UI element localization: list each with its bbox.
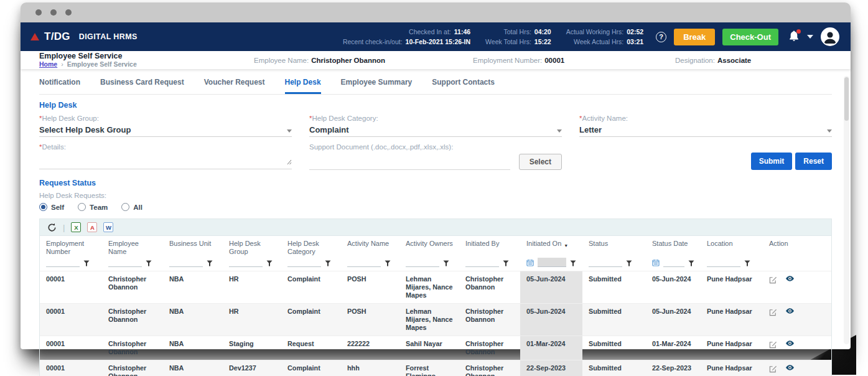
filter-input[interactable] (287, 258, 321, 267)
stat-label: Actual Working Hrs: (566, 28, 624, 35)
reset-button[interactable]: Reset (795, 153, 832, 170)
toolbar-divider: | (63, 223, 65, 232)
radio-option[interactable]: Team (78, 203, 108, 211)
checkout-button[interactable]: Check-Out (722, 29, 778, 45)
filter-input[interactable] (46, 258, 80, 267)
filter-input[interactable] (707, 258, 740, 267)
tab[interactable]: Help Desk (285, 78, 321, 94)
filter-funnel-icon[interactable] (146, 260, 152, 266)
filter-funnel-icon[interactable] (385, 260, 391, 266)
support-document-input[interactable] (309, 156, 510, 170)
select-file-button[interactable]: Select (519, 154, 562, 170)
filter-input[interactable] (538, 258, 566, 267)
activity-name-select[interactable]: Letter (579, 125, 832, 137)
calendar-icon[interactable] (652, 259, 660, 266)
column-header[interactable]: Help Desk Category ▼ (281, 240, 341, 271)
activity-name-label: Activity Name: (582, 115, 628, 122)
radio-option[interactable]: Self (39, 203, 64, 211)
column-header[interactable]: Employee Name ▼ (102, 240, 163, 271)
export-word-icon[interactable]: W (103, 222, 113, 232)
breadcrumb-home-link[interactable]: Home (39, 60, 57, 68)
details-textarea[interactable] (39, 154, 292, 169)
filter-input[interactable] (663, 258, 684, 267)
window-control-dot[interactable] (35, 9, 42, 16)
help-desk-heading: Help Desk (39, 101, 832, 110)
filter-funnel-icon[interactable] (207, 260, 213, 266)
column-header[interactable]: Status Date ▼ (646, 240, 701, 271)
filter-funnel-icon[interactable] (443, 260, 449, 266)
profile-menu-caret-icon[interactable] (807, 35, 813, 39)
table-row[interactable]: 00001 Christopher Obannon NBA HR Complai… (40, 271, 831, 303)
tab[interactable]: Notification (39, 78, 80, 94)
submit-button[interactable]: Submit (751, 153, 793, 170)
view-eye-icon[interactable] (786, 308, 794, 314)
sort-caret-icon[interactable]: ▼ (564, 242, 568, 250)
window-control-dot[interactable] (50, 9, 57, 16)
help-desk-category-select[interactable]: Complaint (309, 125, 562, 137)
filter-funnel-icon[interactable] (325, 260, 331, 266)
column-label: Help Desk Category (287, 240, 335, 256)
user-avatar[interactable] (821, 27, 839, 46)
notifications-bell-icon[interactable] (788, 30, 800, 44)
column-label: Employment Number (46, 240, 96, 256)
radio-option[interactable]: All (121, 203, 142, 211)
calendar-icon[interactable] (526, 259, 534, 266)
cell-activity-owners: Sahil Nayar (399, 336, 459, 360)
field-value: Christopher Obannon (311, 57, 385, 64)
column-header[interactable]: Initiated On ▼ (520, 240, 582, 271)
column-header[interactable]: Business Unit ▼ (163, 240, 223, 271)
export-excel-icon[interactable]: X (71, 222, 81, 232)
filter-funnel-icon[interactable] (266, 260, 273, 266)
edit-icon[interactable] (769, 365, 777, 373)
filter-funnel-icon[interactable] (744, 260, 750, 266)
filter-input[interactable] (229, 258, 263, 267)
filter-funnel-icon[interactable] (688, 260, 694, 266)
column-header[interactable]: Action ▼ (763, 240, 831, 271)
table-row[interactable]: 00001 Christopher Obannon NBA HR Complai… (40, 303, 831, 336)
refresh-icon[interactable] (47, 223, 57, 232)
table-row[interactable]: 00001 Christopher Obannon NBA Dev1237 Co… (40, 360, 831, 376)
filter-input[interactable] (406, 258, 439, 267)
filter-input[interactable] (465, 258, 499, 267)
radio-icon[interactable] (78, 203, 86, 211)
help-icon[interactable]: ? (656, 32, 666, 42)
view-eye-icon[interactable] (786, 276, 794, 281)
table-row[interactable]: 00001 Christopher Obannon NBA Staging Re… (40, 336, 831, 360)
column-header[interactable]: Help Desk Group ▼ (223, 240, 281, 271)
column-header[interactable]: Activity Name ▼ (341, 240, 399, 271)
edit-icon[interactable] (769, 341, 777, 349)
column-header[interactable]: Employment Number ▼ (40, 240, 102, 271)
column-header[interactable]: Status ▼ (582, 240, 646, 271)
view-eye-icon[interactable] (786, 365, 794, 370)
column-header[interactable]: Initiated By ▼ (459, 240, 520, 271)
resize-handle-icon[interactable] (286, 156, 292, 167)
filter-funnel-icon[interactable] (83, 260, 90, 266)
filter-funnel-icon[interactable] (503, 260, 509, 266)
window-titlebar (21, 2, 851, 22)
filter-input[interactable] (589, 258, 622, 267)
column-header[interactable]: Location ▼ (701, 240, 763, 271)
filter-input[interactable] (169, 258, 203, 267)
radio-icon[interactable] (39, 203, 47, 211)
tab[interactable]: Employee Summary (341, 78, 413, 94)
tab[interactable]: Support Contacts (432, 78, 495, 94)
edit-icon[interactable] (769, 308, 777, 316)
filter-input[interactable] (347, 258, 381, 267)
export-pdf-icon[interactable]: A (87, 222, 97, 232)
help-desk-group-select[interactable]: Select Help Desk Group (39, 125, 292, 137)
column-header[interactable]: Activity Owners ▼ (399, 240, 459, 271)
radio-icon[interactable] (121, 203, 129, 211)
view-eye-icon[interactable] (786, 341, 794, 346)
break-button[interactable]: Break (674, 29, 715, 45)
window-control-dot[interactable] (65, 9, 72, 16)
vertical-scrollbar[interactable] (844, 76, 849, 344)
tab[interactable]: Voucher Request (204, 78, 265, 94)
cell-location: Pune Hadpsar (701, 304, 763, 336)
tab[interactable]: Business Card Request (100, 78, 184, 94)
app-logo[interactable]: T/DG DIGITAL HRMS (30, 31, 138, 43)
edit-icon[interactable] (769, 276, 777, 284)
filter-funnel-icon[interactable] (626, 260, 632, 266)
filter-input[interactable] (108, 258, 142, 267)
filter-funnel-icon[interactable] (570, 260, 576, 266)
scrollbar-thumb[interactable] (844, 77, 849, 121)
